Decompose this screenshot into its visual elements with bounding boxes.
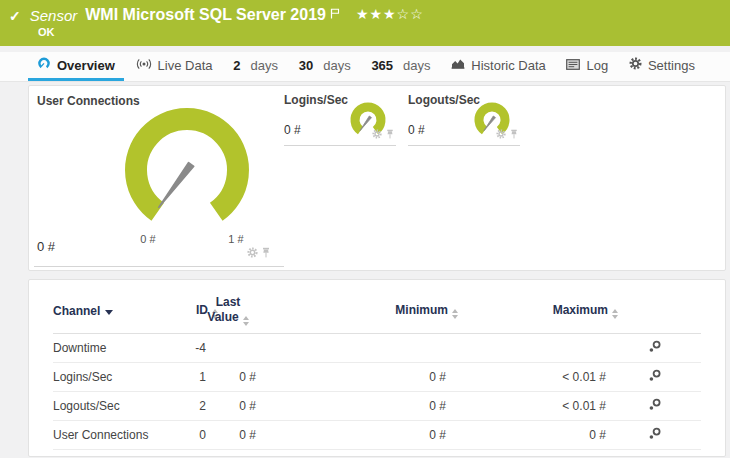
maximum-cell: < 0.01 # (458, 399, 618, 413)
sensor-title: WMI Microsoft SQL Server 2019 (85, 6, 326, 24)
table-header-row: Channel ID Last Value Minimum Maximum (53, 294, 701, 334)
gauge-needle (484, 116, 496, 131)
tab-30-days[interactable]: 30days (290, 52, 360, 81)
log-icon (566, 58, 580, 73)
gauge-tile-logins-sec: Logins/Sec 0 # (284, 86, 396, 146)
column-header-minimum[interactable]: Minimum (258, 303, 458, 319)
priority-stars[interactable]: ★★★☆☆ (356, 6, 424, 22)
id-cell: -4 (168, 341, 218, 355)
minimum-cell: 0 # (258, 399, 458, 413)
sensor-status-banner: ✓ Sensor WMI Microsoft SQL Server 2019 ★… (0, 0, 730, 46)
column-header-last-value[interactable]: Last Value (202, 295, 254, 327)
gear-icon (629, 57, 642, 73)
gauge-current-value: 0 # (408, 123, 425, 137)
tab-log[interactable]: Log (557, 52, 617, 81)
sensor-type-label: Sensor (30, 7, 78, 24)
gauge-pin-icon[interactable] (510, 125, 518, 143)
gauge-icon (37, 57, 51, 73)
tab-2-days[interactable]: 2days (224, 52, 287, 81)
channel-cell: Logouts/Sec (53, 399, 168, 413)
table-row: Logouts/Sec 2 0 # 0 # < 0.01 # (53, 392, 701, 421)
tab-overview[interactable]: Overview (28, 52, 124, 81)
channels-table-panel: Channel ID Last Value Minimum Maximum Do… (28, 279, 726, 457)
minimum-cell: 0 # (258, 370, 458, 384)
table-row: User Connections 0 0 # 0 # 0 # (53, 421, 701, 450)
gauge-settings-gear-icon[interactable] (247, 244, 258, 262)
sort-icon (243, 316, 249, 326)
table-row: Logins/Sec 1 0 # 0 # < 0.01 # (53, 363, 701, 392)
last-value-cell: 0 # (218, 428, 258, 442)
gauge-title: Logins/Sec (284, 93, 348, 107)
tab-365-days[interactable]: 365days (362, 52, 439, 81)
maximum-cell: < 0.01 # (458, 370, 618, 384)
gauge-pin-icon[interactable] (262, 244, 270, 262)
channel-settings-icon[interactable] (648, 340, 661, 356)
id-cell: 0 (168, 428, 218, 442)
minimum-cell: 0 # (258, 428, 458, 442)
gauge-current-value: 0 # (284, 123, 301, 137)
sort-icon (612, 309, 618, 319)
channel-settings-icon[interactable] (648, 427, 661, 443)
gauge-tile-logouts-sec: Logouts/Sec 0 # (408, 86, 520, 146)
gauge-tile-user-connections: User Connections 0 # 0 # 1 # (34, 86, 284, 267)
channel-cell: Logins/Sec (53, 370, 168, 384)
id-cell: 1 (168, 370, 218, 384)
channel-cell: Downtime (53, 341, 168, 355)
gauge-current-value: 0 # (37, 239, 55, 254)
gauges-panel: User Connections 0 # 0 # 1 # Logins/Sec … (28, 85, 726, 271)
sort-desc-icon (105, 310, 113, 315)
gauge-pin-icon[interactable] (386, 125, 394, 143)
gauge-settings-gear-icon[interactable] (372, 125, 382, 143)
channel-settings-icon[interactable] (648, 369, 661, 385)
column-header-maximum[interactable]: Maximum (458, 303, 618, 319)
gauge-needle (360, 116, 372, 131)
column-header-channel[interactable]: Channel (53, 304, 168, 318)
historic-chart-icon (451, 58, 465, 73)
tab-settings[interactable]: Settings (620, 52, 704, 81)
gauge-settings-gear-icon[interactable] (496, 125, 506, 143)
channel-cell: User Connections (53, 428, 168, 442)
table-row: Downtime -4 (53, 334, 701, 363)
id-cell: 2 (168, 399, 218, 413)
tab-historic-data[interactable]: Historic Data (442, 52, 554, 81)
flag-icon (330, 5, 340, 23)
tab-live-data[interactable]: Live Data (127, 52, 222, 81)
gauge-needle (159, 163, 194, 208)
user-connections-gauge (102, 88, 272, 238)
ok-check-icon: ✓ (9, 8, 21, 24)
last-value-cell: 0 # (218, 399, 258, 413)
channel-settings-icon[interactable] (648, 398, 661, 414)
tab-bar: Overview Live Data 2days 30days 365days … (0, 52, 730, 82)
gauge-scale-min: 0 # (132, 233, 164, 245)
sensor-status-text: OK (38, 26, 55, 38)
last-value-cell: 0 # (218, 370, 258, 384)
live-data-broadcast-icon (136, 58, 152, 73)
maximum-cell: 0 # (458, 428, 618, 442)
